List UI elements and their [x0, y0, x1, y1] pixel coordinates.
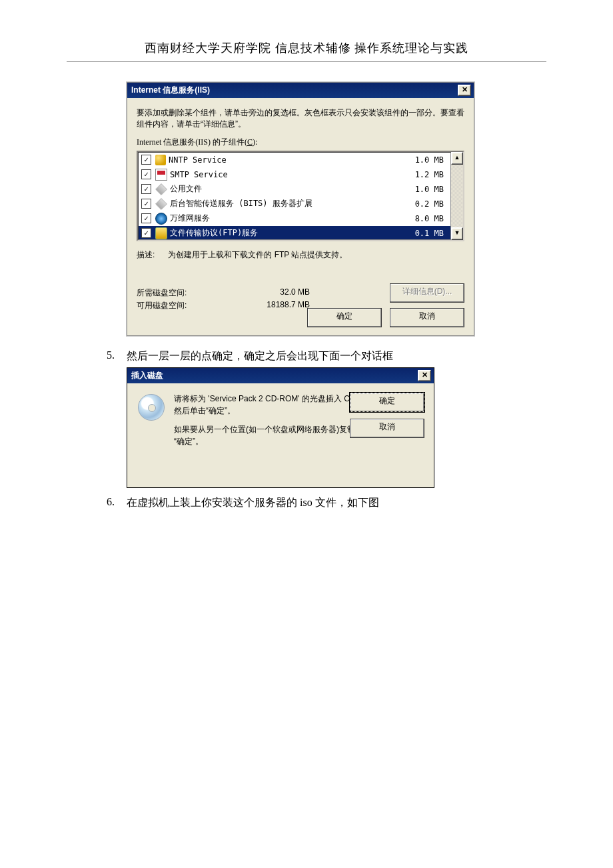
list-item-label: SMTP Service	[170, 170, 397, 179]
checkbox[interactable]: ✓	[141, 213, 151, 223]
checkbox[interactable]: ✓	[141, 184, 151, 194]
scroll-up-icon[interactable]: ▲	[451, 152, 463, 165]
list-item-label: 万维网服务	[170, 213, 397, 224]
list-item-size: 1.0 MB	[397, 185, 446, 194]
cancel-button[interactable]: 取消	[390, 308, 464, 327]
disk-avail-label: 可用磁盘空间:	[137, 300, 217, 311]
close-icon[interactable]: ✕	[458, 85, 471, 96]
insert-disk-dialog: 插入磁盘 ✕ 请将标为 'Service Pack 2 CD-ROM' 的光盘插…	[127, 367, 434, 488]
ok-button[interactable]: 确定	[350, 393, 424, 412]
iis-titlebar: Internet 信息服务(IIS) ✕	[127, 83, 474, 98]
list-item[interactable]: ✓SMTP Service1.2 MB	[139, 167, 450, 182]
list-item-size: 1.2 MB	[397, 170, 446, 179]
iis-instruction: 要添加或删除某个组件，请单击旁边的复选框。灰色框表示只会安装该组件的一部分。要查…	[137, 107, 464, 130]
cd-icon	[138, 394, 165, 421]
list-item-size: 1.0 MB	[397, 155, 446, 165]
list-item-label: 文件传输协议(FTP)服务	[170, 227, 397, 239]
subcomponents-listbox[interactable]: ✓NNTP Service1.0 MB✓SMTP Service1.2 MB✓公…	[137, 151, 464, 241]
step-5-text: 然后一层一层的点确定，确定之后会出现下面一个对话框	[127, 349, 393, 363]
list-item-size: 0.2 MB	[397, 199, 446, 209]
subcomp-label-suffix: ):	[253, 137, 257, 147]
step-5: 5. 然后一层一层的点确定，确定之后会出现下面一个对话框	[107, 349, 546, 363]
stack-icon	[155, 155, 166, 165]
list-item-label: 公用文件	[170, 183, 397, 195]
scrollbar[interactable]: ▲ ▼	[451, 152, 463, 240]
smtp-icon	[155, 169, 167, 181]
list-item[interactable]: ✓万维网服务8.0 MB	[139, 211, 450, 226]
list-item[interactable]: ✓文件传输协议(FTP)服务0.1 MB	[139, 226, 450, 240]
folder-icon	[155, 227, 167, 239]
diamond-icon	[155, 198, 167, 210]
subcomponents-label: Internet 信息服务(IIS) 的子组件(C):	[137, 137, 464, 148]
step-5-number: 5.	[107, 349, 127, 363]
checkbox[interactable]: ✓	[141, 228, 151, 238]
checkbox[interactable]: ✓	[141, 169, 151, 179]
insert-disk-titlebar: 插入磁盘 ✕	[127, 368, 434, 383]
list-item[interactable]: ✓公用文件1.0 MB	[139, 182, 450, 197]
checkbox[interactable]: ✓	[141, 199, 151, 209]
scroll-track[interactable]	[451, 165, 463, 227]
description-text: 为创建用于上载和下载文件的 FTP 站点提供支持。	[168, 250, 347, 259]
details-button: 详细信息(D)...	[390, 283, 464, 303]
scroll-down-icon[interactable]: ▼	[451, 227, 463, 240]
ok-button[interactable]: 确定	[307, 308, 382, 327]
disk-needed-value: 32.0 MB	[217, 287, 330, 299]
diamond-icon	[155, 183, 167, 195]
step-6-text: 在虚拟机上装上你安装这个服务器的 iso 文件，如下图	[127, 496, 379, 510]
list-item-label: 后台智能传送服务 (BITS) 服务器扩展	[170, 198, 397, 209]
list-item[interactable]: ✓NNTP Service1.0 MB	[139, 153, 450, 167]
list-item-size: 0.1 MB	[397, 229, 446, 238]
list-item[interactable]: ✓后台智能传送服务 (BITS) 服务器扩展0.2 MB	[139, 197, 450, 211]
checkbox[interactable]: ✓	[141, 155, 151, 165]
description-label: 描述:	[137, 249, 166, 261]
document-header: 西南财经大学天府学院 信息技术辅修 操作系统理论与实践	[67, 40, 546, 62]
close-icon[interactable]: ✕	[418, 370, 431, 381]
step-6: 6. 在虚拟机上装上你安装这个服务器的 iso 文件，如下图	[107, 496, 546, 510]
list-item-size: 8.0 MB	[397, 214, 446, 223]
disk-needed-label: 所需磁盘空间:	[137, 287, 217, 299]
iis-dialog: Internet 信息服务(IIS) ✕ 要添加或删除某个组件，请单击旁边的复选…	[127, 82, 474, 336]
subcomp-label-prefix: Internet 信息服务(IIS) 的子组件(	[137, 137, 247, 147]
cancel-button[interactable]: 取消	[350, 419, 424, 438]
step-6-number: 6.	[107, 496, 127, 510]
world-icon	[155, 213, 167, 225]
list-item-label: NNTP Service	[169, 155, 397, 165]
description-block: 描述: 为创建用于上载和下载文件的 FTP 站点提供支持。	[137, 249, 464, 261]
iis-title: Internet 信息服务(IIS)	[131, 85, 458, 96]
subcomp-label-key: C	[247, 137, 253, 147]
insert-disk-title: 插入磁盘	[131, 370, 418, 381]
